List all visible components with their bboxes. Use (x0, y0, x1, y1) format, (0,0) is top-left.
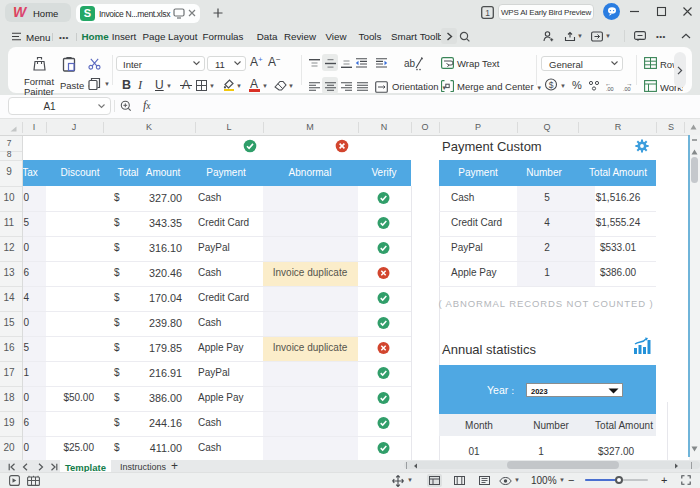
svg-text:.00: .00 (623, 86, 631, 92)
svg-text:1: 1 (485, 8, 490, 18)
svg-text:ab: ab (404, 58, 416, 69)
svg-text:W: W (13, 5, 28, 19)
svg-text:.00: .00 (606, 86, 614, 92)
svg-text:$: $ (549, 80, 554, 90)
